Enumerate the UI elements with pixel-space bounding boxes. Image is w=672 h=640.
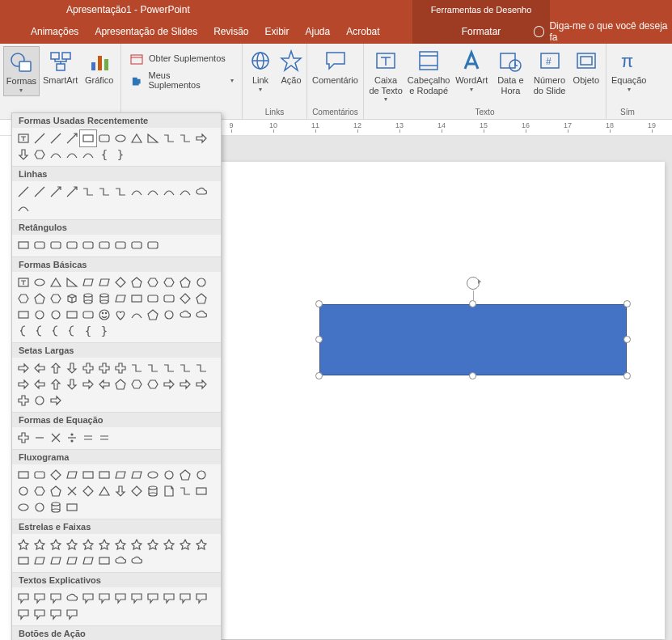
shape-basic-38[interactable] <box>48 323 64 339</box>
equacao-button[interactable]: π Equação▾ <box>610 46 648 95</box>
shape-basic-24[interactable] <box>15 307 32 323</box>
shape-callout-15[interactable] <box>64 606 80 622</box>
shape-line-9[interactable] <box>161 184 177 200</box>
shape-basic-31[interactable] <box>129 307 145 323</box>
shape-callout-7[interactable] <box>129 590 145 606</box>
tab-formatar[interactable]: Formatar <box>412 19 550 44</box>
shape-star-18[interactable] <box>112 553 129 569</box>
shape-arrow-3[interactable] <box>64 360 80 376</box>
shape-flow-17[interactable] <box>96 483 112 499</box>
numero-slide-button[interactable]: # Número do Slide <box>530 46 568 104</box>
shape-line-4[interactable] <box>80 184 96 200</box>
shape-basic-36[interactable] <box>15 323 32 339</box>
tell-me-search[interactable]: Diga-me o que você deseja fa <box>534 20 672 43</box>
tab-revisao[interactable]: Revisão <box>205 19 256 44</box>
shape-eq-3[interactable] <box>64 430 80 446</box>
shape-star-2[interactable] <box>48 536 64 553</box>
shape-callout-3[interactable] <box>64 590 80 606</box>
shape-basic-28[interactable] <box>80 307 96 323</box>
shape-basic-26[interactable] <box>48 307 64 323</box>
shape-arrow-26[interactable] <box>48 392 64 409</box>
shape-basic-1[interactable] <box>32 274 48 290</box>
shape-flow-1[interactable] <box>32 467 48 483</box>
shape-basic-37[interactable] <box>32 323 48 339</box>
shape-rect-8[interactable] <box>145 237 161 253</box>
shape-flow-0[interactable] <box>15 467 32 483</box>
shape-callout-1[interactable] <box>32 590 48 606</box>
shape-line-7[interactable] <box>129 184 145 200</box>
shape-arrow-8[interactable] <box>145 360 161 376</box>
shape-basic-13[interactable] <box>32 290 48 307</box>
shape-flow-18[interactable] <box>112 483 129 499</box>
shape-basic-0[interactable] <box>15 274 32 290</box>
shape-rect-4[interactable] <box>80 237 96 253</box>
shape-basic-17[interactable] <box>96 290 112 307</box>
shape-flow-2[interactable] <box>48 467 64 483</box>
obter-suplementos-button[interactable]: Obter Suplementos <box>125 49 239 67</box>
shape-arrow-19[interactable] <box>129 376 145 392</box>
shape-arrow-22[interactable] <box>177 376 193 392</box>
shape-callout-6[interactable] <box>112 590 129 606</box>
shape-basic-6[interactable] <box>112 274 129 290</box>
comentario-button[interactable]: Comentário <box>311 46 360 87</box>
shape-flow-8[interactable] <box>145 467 161 483</box>
shape-line-5[interactable] <box>96 184 112 200</box>
shape-star-13[interactable] <box>32 553 48 569</box>
shape-basic-15[interactable] <box>64 290 80 307</box>
shape-basic-22[interactable] <box>177 290 193 307</box>
shape-flow-11[interactable] <box>193 467 209 483</box>
shape-basic-11[interactable] <box>193 274 209 290</box>
shape-basic-20[interactable] <box>145 290 161 307</box>
shape-rect[interactable] <box>80 130 96 146</box>
shape-star-10[interactable] <box>177 536 193 553</box>
shape-arrow-1[interactable] <box>32 360 48 376</box>
shape-basic-18[interactable] <box>112 290 129 307</box>
shape-arrow-20[interactable] <box>145 376 161 392</box>
shape-flow-13[interactable] <box>32 483 48 499</box>
resize-handle-s[interactable] <box>469 372 476 379</box>
shape-flow-3[interactable] <box>64 467 80 483</box>
shape-rect-7[interactable] <box>129 237 145 253</box>
shape-right-triangle[interactable] <box>145 130 161 146</box>
shape-line-1[interactable] <box>32 184 48 200</box>
shape-star-14[interactable] <box>48 553 64 569</box>
shape-arrow-11[interactable] <box>193 360 209 376</box>
shape-line-12[interactable] <box>15 200 32 216</box>
shape-callout-12[interactable] <box>15 606 32 622</box>
shape-left-brace[interactable]: { <box>96 146 112 163</box>
shape-arrow-0[interactable] <box>15 360 32 376</box>
shape-star-6[interactable] <box>112 536 129 553</box>
resize-handle-nw[interactable] <box>315 300 323 307</box>
shape-line-6[interactable] <box>112 184 129 200</box>
shape-basic-30[interactable] <box>112 307 129 323</box>
shape-triangle[interactable] <box>129 130 145 146</box>
shape-basic-2[interactable] <box>48 274 64 290</box>
shape-arrow-5[interactable] <box>96 360 112 376</box>
resize-handle-ne[interactable] <box>623 300 631 307</box>
smartart-button[interactable]: SmartArt <box>41 46 79 96</box>
shape-basic-39[interactable] <box>64 323 80 339</box>
shape-flow-20[interactable] <box>145 483 161 499</box>
shape-star-5[interactable] <box>96 536 112 553</box>
tab-apresentacao-slides[interactable]: Apresentação de Slides <box>87 19 205 44</box>
grafico-button[interactable]: Gráfico <box>81 46 117 96</box>
shape-arrow-18[interactable] <box>112 376 129 392</box>
shape-arrow-24[interactable] <box>15 392 32 409</box>
shape-eq-0[interactable] <box>15 430 32 446</box>
shape-callout-2[interactable] <box>48 590 64 606</box>
shape-flow-27[interactable] <box>64 499 80 515</box>
shape-arrow-2[interactable] <box>48 360 64 376</box>
shape-callout-13[interactable] <box>32 606 48 622</box>
shape-arrow-6[interactable] <box>112 360 129 376</box>
shape-basic-27[interactable] <box>64 307 80 323</box>
rotate-handle[interactable] <box>467 277 480 290</box>
shape-flow-10[interactable] <box>177 467 193 483</box>
shape-basic-5[interactable] <box>96 274 112 290</box>
shape-flow-9[interactable] <box>161 467 177 483</box>
shape-callout-11[interactable] <box>193 590 209 606</box>
shape-basic-23[interactable] <box>193 290 209 307</box>
shape-arrow-down[interactable] <box>15 146 32 163</box>
shape-textbox[interactable] <box>15 130 32 146</box>
shape-basic-4[interactable] <box>80 274 96 290</box>
shape-flow-5[interactable] <box>96 467 112 483</box>
